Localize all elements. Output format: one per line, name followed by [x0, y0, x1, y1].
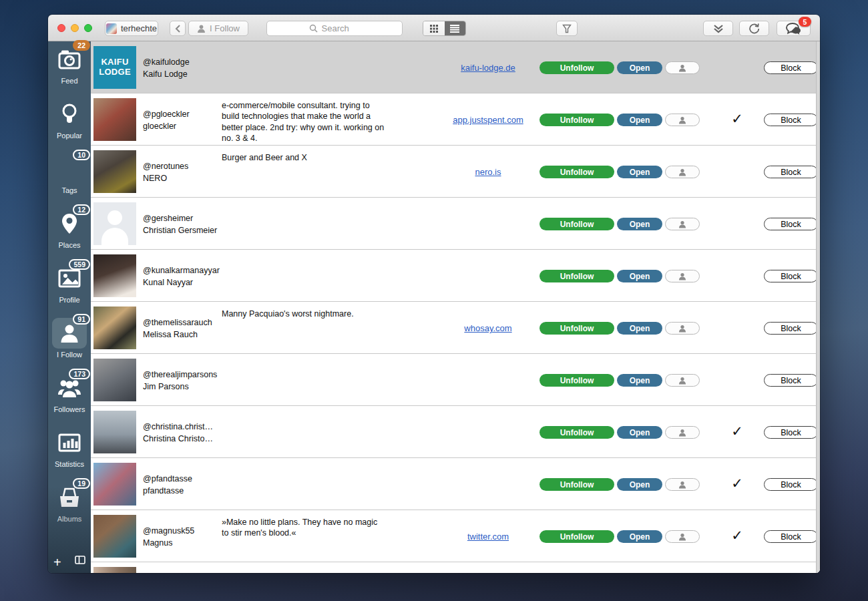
bar-chart-icon [58, 433, 81, 452]
block-button[interactable]: Block [764, 114, 818, 126]
table-row[interactable]: @themelissarauch Melissa Rauch Manny Pac… [91, 302, 820, 354]
profile-button[interactable] [665, 530, 700, 543]
open-button[interactable]: Open [617, 270, 662, 282]
grid-view-button[interactable] [423, 21, 445, 35]
profile-button[interactable] [665, 270, 700, 282]
followers-badge: 173 [69, 369, 90, 379]
profile-button[interactable] [665, 426, 700, 439]
refresh-button[interactable] [739, 21, 769, 36]
scrollbar-track[interactable] [816, 41, 820, 573]
block-button[interactable]: Block [764, 478, 818, 491]
load-more-button[interactable] [703, 21, 733, 36]
back-button[interactable] [170, 21, 186, 36]
table-row[interactable]: @nerotunes NERO Burger and Beer and X ne… [91, 146, 820, 198]
open-button[interactable]: Open [617, 114, 662, 126]
row-fullname: Jim Parsons [143, 382, 220, 393]
zoom-button[interactable] [84, 24, 92, 32]
open-button[interactable]: Open [617, 322, 662, 335]
block-button[interactable]: Block [764, 218, 818, 230]
unfollow-button[interactable]: Unfollow [539, 374, 614, 387]
block-button[interactable]: Block [764, 270, 818, 282]
open-button[interactable]: Open [617, 478, 662, 491]
sidebar-item-feed[interactable]: 22 Feed [48, 44, 91, 96]
avatar [93, 567, 136, 573]
unfollow-button[interactable]: Unfollow [539, 426, 614, 439]
checkmark: ✓ [724, 111, 750, 127]
search-input[interactable] [320, 23, 361, 34]
table-row[interactable]: @gersheimer Christian Gersmeier Unfollow… [91, 198, 820, 250]
sidebar-item-followers[interactable]: 173 Followers [48, 373, 91, 425]
row-username: @nerotunes [143, 162, 220, 172]
profile-button[interactable] [665, 166, 700, 178]
profile-button[interactable] [665, 478, 700, 491]
open-button[interactable]: Open [617, 218, 662, 230]
minimize-button[interactable] [71, 24, 79, 32]
row-bio: e-commerce/mobile consultant. trying to … [222, 100, 386, 144]
unfollow-button[interactable]: Unfollow [539, 61, 614, 74]
sidebar-item-label: Places [48, 241, 91, 249]
open-button[interactable]: Open [617, 426, 662, 439]
table-row[interactable]: @pfandtasse pfandtasse Unfollow Open ✓ B… [91, 458, 820, 510]
i-follow-badge: 91 [73, 314, 90, 325]
block-button[interactable]: Block [764, 322, 818, 335]
checkmark: ✓ [724, 528, 750, 544]
table-row[interactable]: KAIFU LODGE @kaifulodge Kaifu Lodge kaif… [91, 41, 820, 93]
current-user-button[interactable]: terhechte [105, 21, 158, 36]
profile-button[interactable] [665, 218, 700, 230]
row-fullname: Christina Christo… [143, 434, 220, 445]
profile-button[interactable] [665, 114, 700, 126]
split-pane-icon [75, 556, 85, 564]
person-icon [678, 377, 686, 385]
block-button[interactable]: Block [764, 426, 818, 439]
person-icon [678, 325, 686, 333]
lightbulb-icon [61, 104, 78, 125]
unfollow-button[interactable]: Unfollow [539, 270, 614, 282]
row-fullname: gloeckler [143, 122, 220, 132]
sidebar-item-popular[interactable]: Popular [48, 99, 91, 151]
block-button[interactable]: Block [764, 61, 818, 74]
open-button[interactable]: Open [617, 530, 662, 543]
i-follow-scope-button[interactable]: I Follow [188, 21, 248, 36]
person-icon [678, 481, 686, 489]
albums-badge: 19 [73, 478, 90, 489]
search-field[interactable] [266, 21, 403, 36]
person-icon [678, 116, 686, 124]
block-button[interactable]: Block [764, 374, 818, 387]
unfollow-button[interactable]: Unfollow [539, 478, 614, 491]
profile-button[interactable] [665, 61, 700, 74]
unfollow-button[interactable]: Unfollow [539, 218, 614, 230]
open-button[interactable]: Open [617, 166, 662, 178]
unfollow-button[interactable]: Unfollow [539, 166, 614, 178]
unfollow-button[interactable]: Unfollow [539, 322, 614, 335]
sidebar-item-places[interactable]: 12 Places [48, 208, 91, 260]
table-row[interactable]: @pgloeckler gloeckler e-commerce/mobile … [91, 93, 820, 146]
sidebar-item-tags[interactable]: 10 Tags [48, 154, 91, 206]
sidebar-item-label: Statistics [48, 460, 91, 468]
profile-button[interactable] [665, 322, 700, 335]
table-row[interactable]: @christina.christ… Christina Christo… Un… [91, 406, 820, 458]
unfollow-button[interactable]: Unfollow [539, 530, 614, 543]
table-row[interactable]: @kunalkarmanayyar Kunal Nayyar Unfollow … [91, 250, 820, 302]
open-button[interactable]: Open [617, 374, 662, 387]
unfollow-button[interactable]: Unfollow [539, 114, 614, 126]
current-user-label: terhechte [121, 23, 157, 33]
open-button[interactable]: Open [617, 61, 662, 74]
profile-button[interactable] [665, 374, 700, 387]
table-row[interactable]: @therealjimparsons Jim Parsons Unfollow … [91, 354, 820, 406]
block-button[interactable]: Block [764, 166, 818, 178]
sidebar-item-profile[interactable]: 559 Profile [48, 263, 91, 315]
block-button[interactable]: Block [764, 530, 818, 543]
close-button[interactable] [57, 24, 65, 32]
sidebar-item-albums[interactable]: 19 Albums [48, 482, 91, 534]
avatar-text: KAIFU LODGE [93, 46, 136, 89]
list-view-button[interactable] [445, 21, 466, 35]
sidebar-item-statistics[interactable]: Statistics [48, 427, 91, 479]
filter-button[interactable] [556, 21, 578, 36]
sidebar-item-i-follow[interactable]: 91 I Follow [48, 318, 91, 370]
add-button[interactable]: + [53, 556, 61, 569]
toggle-sidebar-button[interactable] [75, 555, 85, 567]
sidebar-item-label: Feed [48, 77, 91, 85]
table-row[interactable]: @magnusk55 Magnus »Make no little plans.… [91, 510, 820, 562]
avatar [93, 254, 136, 297]
back-chevron-icon [175, 25, 180, 33]
